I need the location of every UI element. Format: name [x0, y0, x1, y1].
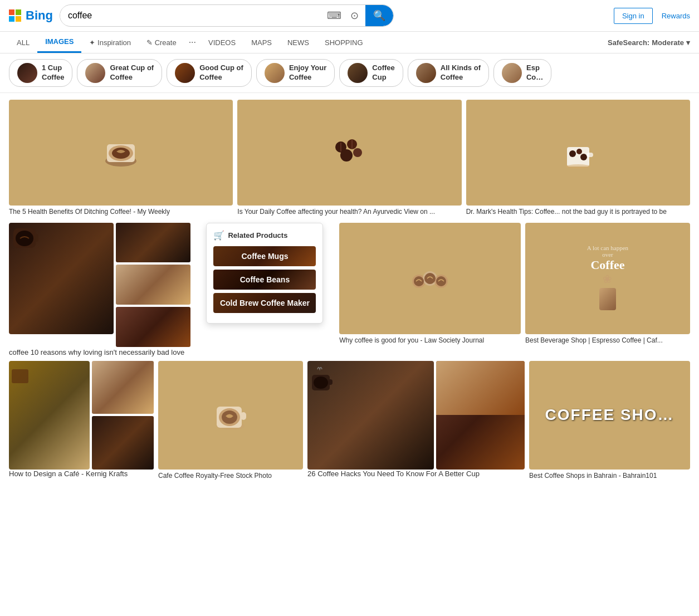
inspiration-icon: ✦: [89, 38, 95, 47]
image-placeholder-7-left: [9, 361, 90, 470]
nav-more[interactable]: ···: [184, 32, 201, 53]
image-card-3[interactable]: Dr. Mark's Health Tips: Coffee... not th…: [466, 100, 690, 218]
caption-spacer-2: [195, 348, 335, 356]
safesearch-control[interactable]: SafeSearch: Moderate ▾: [608, 38, 690, 47]
chip-esp-line1: Esp: [526, 63, 543, 73]
image-row-2: 🛒 Related Products Coffee Mugs Coffee Be…: [0, 218, 699, 347]
nav-bar: ALL IMAGES ✦ Inspiration ✎ Create ··· VI…: [0, 32, 699, 53]
nav-create[interactable]: ✎ Create: [139, 33, 184, 52]
chip-great-line1: Great Cup of: [110, 63, 154, 73]
row2-captions: coffee 10 reasons why loving isn't neces…: [0, 347, 699, 356]
latte-art-icon: [99, 130, 143, 175]
image-card-2[interactable]: Is Your Daily Coffee affecting your heal…: [237, 100, 461, 218]
image-card-9-inner: [307, 361, 525, 470]
image-placeholder-7-sub2: [92, 416, 154, 470]
svg-point-13: [580, 154, 587, 160]
search-box: ⌨ ⊙ 🔍: [60, 4, 394, 27]
cart-icon: 🛒: [213, 230, 224, 241]
image-card-1[interactable]: The 5 Health Benefits Of Ditching Coffee…: [9, 100, 233, 218]
image-card-4-composite[interactable]: [9, 223, 190, 347]
related-products-title: Related Products: [228, 231, 287, 239]
rewards-link[interactable]: Rewards: [662, 12, 690, 20]
related-products-header: 🛒 Related Products: [213, 230, 316, 241]
nav-shopping[interactable]: SHOPPING: [317, 33, 371, 52]
svg-rect-15: [586, 153, 593, 157]
chip-kinds-text: All Kinds of Coffee: [441, 63, 481, 82]
svg-point-7: [353, 148, 362, 157]
image-caption-4: coffee 10 reasons why loving isn't neces…: [9, 348, 190, 356]
nav-videos[interactable]: VIDEOS: [201, 33, 243, 52]
chip-good[interactable]: Good Cup of Coffee: [167, 59, 252, 87]
image-caption-5: Why coffee is good for you - Law Society…: [339, 334, 521, 347]
red-bottle-shape: [436, 361, 525, 415]
nav-inspiration[interactable]: ✦ Inspiration: [81, 33, 139, 52]
related-product-mugs[interactable]: Coffee Mugs: [213, 246, 316, 266]
image-caption-2: Is Your Daily Coffee affecting your heal…: [237, 206, 461, 218]
chip-cup[interactable]: Coffee Cup: [339, 59, 403, 87]
chip-1cup[interactable]: 1 Cup Coffee: [9, 59, 72, 87]
steaming-coffee-icon: [307, 361, 335, 394]
image-placeholder-2: [237, 100, 461, 206]
image-card-10[interactable]: COFFEE SHO… Best Coffee Shops in Bahrain…: [529, 361, 690, 482]
related-product-brew[interactable]: Cold Brew Coffee Maker: [213, 293, 316, 313]
image-placeholder-6: A lot can happen over Coffee ❀: [525, 223, 690, 334]
chalkboard-main-text: Coffee: [587, 258, 628, 272]
image-placeholder-4-sub2: [116, 265, 190, 305]
svg-point-23: [424, 273, 436, 284]
related-product-brew-label: Cold Brew Coffee Maker: [220, 299, 310, 307]
image-card-4-sub-group: [116, 223, 190, 347]
image-caption-7: How to Design a Café - Kernig Krafts: [9, 470, 154, 478]
chevron-down-icon: ▾: [686, 38, 690, 47]
sign-in-button[interactable]: Sign in: [614, 8, 653, 24]
image-placeholder-5: [339, 223, 521, 334]
image-caption-1: The 5 Health Benefits Of Ditching Coffee…: [9, 206, 233, 218]
keyboard-icon-button[interactable]: ⌨: [325, 7, 344, 24]
chip-great[interactable]: Great Cup of Coffee: [77, 59, 162, 87]
image-card-5[interactable]: Why coffee is good for you - Law Society…: [339, 223, 521, 347]
nav-all[interactable]: ALL: [9, 33, 37, 52]
search-input[interactable]: [60, 6, 320, 25]
svg-point-17: [16, 231, 33, 246]
image-placeholder-4-sub1: [116, 223, 190, 263]
nav-images[interactable]: IMAGES: [37, 32, 81, 53]
logo-sq2: [16, 9, 21, 15]
chip-kinds-thumb: [416, 63, 436, 83]
latte-cup-icon: [211, 395, 250, 434]
chip-enjoy[interactable]: Enjoy Your Coffee: [256, 59, 335, 87]
svg-point-33: [314, 377, 328, 389]
image-placeholder-9-left: [307, 361, 434, 470]
image-card-6[interactable]: A lot can happen over Coffee ❀ Best Beve…: [525, 223, 690, 347]
chip-1cup-text: 1 Cup Coffee: [42, 63, 64, 82]
logo-sq1: [9, 9, 14, 15]
svg-point-22: [414, 276, 424, 286]
image-caption-8: Cafe Coffee Royalty-Free Stock Photo: [158, 470, 303, 482]
image-card-9-composite[interactable]: 26 Coffee Hacks You Need To Know For A B…: [307, 361, 525, 482]
camera-icon-button[interactable]: ⊙: [348, 7, 361, 24]
nav-maps[interactable]: MAPS: [243, 33, 280, 52]
image-caption-9: 26 Coffee Hacks You Need To Know For A B…: [307, 470, 525, 478]
chips-row: 1 Cup Coffee Great Cup of Coffee Good Cu…: [0, 53, 699, 93]
chip-kinds[interactable]: All Kinds of Coffee: [408, 59, 489, 87]
chip-enjoy-text: Enjoy Your Coffee: [289, 63, 326, 82]
chip-good-line2: Coffee: [199, 73, 243, 82]
image-card-8[interactable]: Cafe Coffee Royalty-Free Stock Photo: [158, 361, 303, 482]
image-card-7-right: [92, 361, 154, 470]
chip-1cup-line2: Coffee: [42, 73, 64, 82]
dark-coffee-icon: [9, 223, 42, 256]
cafe-icon: [9, 361, 31, 389]
chip-esp[interactable]: Esp Co…: [493, 59, 551, 87]
image-card-7-composite[interactable]: How to Design a Café - Kernig Krafts: [9, 361, 154, 482]
chalkboard-text: A lot can happen over Coffee ❀: [576, 233, 639, 324]
search-button[interactable]: 🔍: [365, 5, 393, 26]
related-product-beans[interactable]: Coffee Beans: [213, 270, 316, 290]
svg-point-14: [566, 164, 590, 169]
logo-sq4: [16, 16, 21, 22]
logo-squares-icon: [9, 9, 21, 22]
nav-news[interactable]: NEWS: [280, 33, 317, 52]
logo-text: Bing: [26, 8, 53, 23]
svg-point-12: [576, 149, 582, 154]
chip-cup-line1: Coffee: [372, 63, 394, 73]
chip-cup-thumb: [348, 63, 368, 83]
chalkboard-flower-icon: ❀: [587, 272, 628, 286]
chip-esp-text: Esp Co…: [526, 63, 543, 82]
